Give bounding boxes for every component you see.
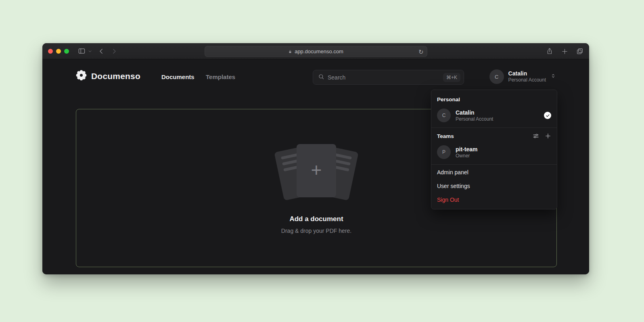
menu-teams-header: Teams	[431, 129, 557, 142]
tab-overview-icon[interactable]	[576, 48, 583, 55]
personal-account-name: Catalin	[456, 109, 539, 116]
address-bar[interactable]: app.documenso.com ↻	[205, 46, 427, 57]
back-button-icon[interactable]	[98, 48, 105, 55]
team-avatar: P	[437, 145, 451, 159]
menu-divider	[431, 164, 557, 165]
account-dropdown-menu: Personal C Catalin Personal Account Team…	[431, 90, 557, 209]
sidebar-toggle-icon[interactable]	[78, 47, 86, 55]
chevron-up-down-icon	[550, 72, 556, 81]
nav-item-documents[interactable]: Documents	[161, 73, 194, 80]
search-shortcut-badge: ⌘+K	[443, 73, 460, 82]
menu-personal-account-item[interactable]: C Catalin Personal Account	[431, 106, 557, 127]
personal-account-avatar: C	[437, 109, 451, 122]
dropzone-subtitle: Drag & drop your PDF here.	[281, 228, 351, 234]
desktop: app.documenso.com ↻	[0, 0, 644, 322]
documents-illustration: +	[270, 142, 363, 203]
sidebar-chevron-down-icon[interactable]	[88, 49, 92, 53]
forward-button-icon[interactable]	[111, 48, 118, 55]
lock-icon	[288, 49, 292, 54]
refresh-icon[interactable]: ↻	[418, 48, 424, 54]
toolbar-right-controls	[546, 43, 583, 59]
minimize-window-button[interactable]	[56, 49, 61, 54]
team-role: Owner	[456, 153, 551, 159]
account-avatar: C	[489, 69, 504, 84]
share-icon[interactable]	[546, 48, 553, 55]
search-box[interactable]: ⌘+K	[313, 70, 464, 85]
search-icon	[318, 73, 324, 82]
add-team-icon[interactable]	[545, 133, 551, 139]
account-name: Catalin	[508, 70, 546, 77]
nav-item-templates[interactable]: Templates	[206, 73, 235, 80]
brand-name: Documenso	[91, 71, 140, 81]
account-type: Personal Account	[508, 77, 546, 83]
browser-toolbar: app.documenso.com ↻	[42, 43, 589, 59]
account-menu-trigger[interactable]: C Catalin Personal Account	[489, 69, 556, 84]
browser-window: app.documenso.com ↻	[42, 43, 589, 274]
illustration-card-center: +	[297, 144, 336, 197]
toolbar-left-controls	[78, 47, 118, 55]
traffic-lights	[48, 49, 69, 54]
search-input[interactable]	[328, 74, 440, 81]
documenso-app-page: Documenso Documents Templates ⌘+K C Cata…	[42, 59, 589, 274]
add-plus-icon: +	[311, 161, 322, 179]
url-text: app.documenso.com	[295, 48, 343, 54]
menu-personal-label: Personal	[431, 92, 557, 106]
menu-item-admin-panel[interactable]: Admin panel	[431, 165, 557, 179]
menu-teams-label: Teams	[437, 133, 527, 139]
menu-team-item[interactable]: P pit-team Owner	[431, 142, 557, 163]
menu-divider	[431, 128, 557, 128]
brand[interactable]: Documenso	[76, 70, 140, 82]
team-name: pit-team	[456, 146, 551, 153]
menu-item-user-settings[interactable]: User settings	[431, 179, 557, 193]
documenso-logo-icon	[76, 70, 87, 82]
personal-account-type: Personal Account	[456, 116, 539, 122]
zoom-window-button[interactable]	[64, 49, 69, 54]
dropzone-title: Add a document	[289, 215, 343, 223]
manage-teams-icon[interactable]	[533, 133, 539, 139]
new-tab-plus-icon[interactable]	[561, 48, 568, 55]
menu-item-sign-out[interactable]: Sign Out	[431, 193, 557, 207]
close-window-button[interactable]	[48, 49, 53, 54]
selected-check-icon	[544, 112, 551, 119]
